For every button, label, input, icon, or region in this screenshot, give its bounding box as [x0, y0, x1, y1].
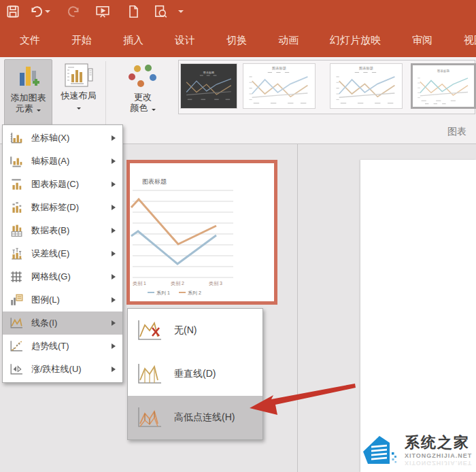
add-chart-element-button[interactable]: 添加图表 元素 [4, 59, 52, 131]
gridlines-icon [10, 271, 23, 283]
chart-x-label: 类别 3 [209, 281, 222, 286]
add-chart-element-menu: 坐标轴(X) 轴标题(A) 图表标题(C) 数据标签(D) [2, 124, 123, 383]
redo-icon [67, 4, 82, 19]
submenu-item-none[interactable]: 无(N) [128, 309, 262, 352]
chart-style-1-dark[interactable]: 图表标题 [180, 63, 237, 109]
submenu-item-label: 高低点连线(H) [174, 411, 235, 424]
error-bars-icon [10, 248, 23, 260]
chart-style-2[interactable]: 图表标题 [243, 63, 316, 109]
no-lines-icon [136, 318, 163, 343]
submenu-item-label: 垂直线(D) [174, 368, 216, 380]
menu-item-label: 图例(L) [31, 294, 112, 306]
undo-dropdown-icon[interactable] [45, 10, 50, 13]
tab-design[interactable]: 设计 [160, 23, 209, 57]
change-colors-label2: 颜色 [130, 103, 148, 113]
chart-style-3[interactable]: 图表标题 [330, 63, 403, 109]
submenu-arrow-icon [112, 205, 116, 210]
chart-x-label: 类别 2 [171, 281, 184, 286]
submenu-arrow-icon [112, 158, 116, 164]
menu-item-chart-title[interactable]: 图表标题(C) [3, 173, 122, 196]
slideshow-from-start-icon[interactable] [95, 4, 110, 19]
customize-qat-icon[interactable] [178, 10, 184, 13]
submenu-arrow-icon [112, 343, 116, 349]
thumb-title: 图表标题 [359, 66, 373, 71]
menu-item-error-bars[interactable]: 误差线(E) [3, 242, 122, 265]
chart-legend-entry: 系列 1 [156, 290, 170, 296]
tab-insert[interactable]: 插入 [109, 23, 158, 57]
menu-item-data-labels[interactable]: 数据标签(D) [3, 196, 122, 219]
tab-animations[interactable]: 动画 [264, 23, 313, 57]
quick-layout-button[interactable]: 快速布局 [54, 59, 103, 131]
chart-x-label: 类别 1 [133, 281, 146, 286]
change-colors-icon [126, 63, 160, 89]
tab-transitions[interactable]: 切换 [212, 23, 261, 57]
watermark-reflection: XITONGZHIJIA.NET [405, 460, 472, 467]
selected-chart-frame[interactable]: 图表标题 类别 1 类别 2 类别 3 系列 1 系列 2 [126, 160, 277, 305]
menu-item-label: 图表标题(C) [31, 178, 112, 190]
menu-item-label: 网格线(G) [31, 271, 112, 283]
quick-layout-label: 快速布局 [54, 90, 103, 101]
undo-icon[interactable] [29, 4, 44, 19]
data-table-icon [10, 224, 23, 237]
menu-item-up-down-bars[interactable]: 涨/跌柱线(U) [3, 358, 122, 381]
quick-layout-caret-icon [77, 107, 81, 109]
lines-submenu: 无(N) 垂直线(D) 高低点连线(H) [127, 308, 263, 440]
add-chart-element-icon [18, 64, 39, 90]
watermark-domain: XITONGZHIJIA.NET [405, 452, 472, 460]
menu-item-axis-titles[interactable]: 轴标题(A) [3, 150, 122, 173]
submenu-arrow-icon [112, 135, 116, 141]
tab-home[interactable]: 开始 [57, 23, 106, 57]
menu-item-label: 误差线(E) [31, 248, 112, 260]
powerpoint-window: 文件 开始 插入 设计 切换 动画 幻灯片放映 审阅 视图 添加图表 元素 [0, 0, 476, 472]
menu-item-gridlines[interactable]: 网格线(G) [3, 265, 122, 288]
add-chart-element-caret-icon [37, 109, 41, 112]
chart-legend-entry: 系列 2 [188, 290, 201, 296]
tab-view[interactable]: 视图 [449, 23, 476, 57]
watermark: 系统之家 XITONGZHIJIA.NET XITONGZHIJIA.NET [362, 434, 472, 467]
save-icon[interactable] [5, 4, 20, 19]
new-file-icon[interactable] [126, 4, 141, 19]
menu-item-legend[interactable]: 图例(L) [3, 288, 122, 311]
pane-divider[interactable] [297, 144, 298, 472]
vertical-lines-icon [136, 362, 163, 386]
menu-item-label: 数据标签(D) [31, 201, 112, 214]
menu-item-axes[interactable]: 坐标轴(X) [3, 127, 122, 150]
data-labels-icon [10, 201, 23, 214]
menu-item-lines[interactable]: 线条(I) [3, 311, 122, 335]
change-colors-button[interactable]: 更改 颜色 [110, 59, 175, 131]
thumb-title: 图表标题 [437, 69, 450, 73]
watermark-name: 系统之家 [405, 434, 472, 452]
change-colors-caret-icon [152, 109, 156, 111]
add-chart-element-label2: 元素 [16, 103, 33, 114]
xitongzhijia-logo-icon [362, 434, 398, 467]
submenu-arrow-icon [112, 182, 116, 187]
tab-file[interactable]: 文件 [5, 23, 54, 57]
print-preview-icon[interactable] [153, 4, 168, 19]
submenu-arrow-icon [112, 251, 116, 256]
tab-slideshow[interactable]: 幻灯片放映 [316, 23, 395, 57]
axis-titles-icon [10, 155, 23, 167]
lines-icon [10, 317, 23, 329]
tab-review[interactable]: 审阅 [398, 23, 447, 57]
trendline-icon [10, 340, 23, 352]
title-bar [0, 0, 476, 23]
menu-item-label: 趋势线(T) [31, 340, 112, 352]
chart-style-gallery: 图表标题 图表标题 [178, 60, 475, 114]
thumb-title: 图表标题 [203, 71, 214, 75]
thumb-title: 图表标题 [272, 66, 286, 71]
chart-style-4-selected[interactable]: 图表标题 [411, 63, 476, 109]
menu-item-trendline[interactable]: 趋势线(T) [3, 335, 122, 358]
slide-page[interactable] [360, 160, 476, 472]
quick-layout-icon [65, 63, 93, 88]
menu-item-label: 数据表(B) [31, 224, 112, 237]
add-chart-element-label: 添加图表 [5, 92, 52, 103]
menu-item-data-table[interactable]: 数据表(B) [3, 219, 122, 242]
chart-series-1-line [131, 231, 216, 264]
menu-item-label: 涨/跌柱线(U) [31, 363, 112, 375]
submenu-arrow-icon [112, 274, 116, 280]
legend-icon [10, 294, 23, 306]
high-low-lines-icon [136, 405, 163, 430]
chart-title-icon [10, 178, 23, 190]
ribbon-group-label: 图表 [447, 126, 476, 138]
submenu-arrow-icon [112, 297, 116, 303]
